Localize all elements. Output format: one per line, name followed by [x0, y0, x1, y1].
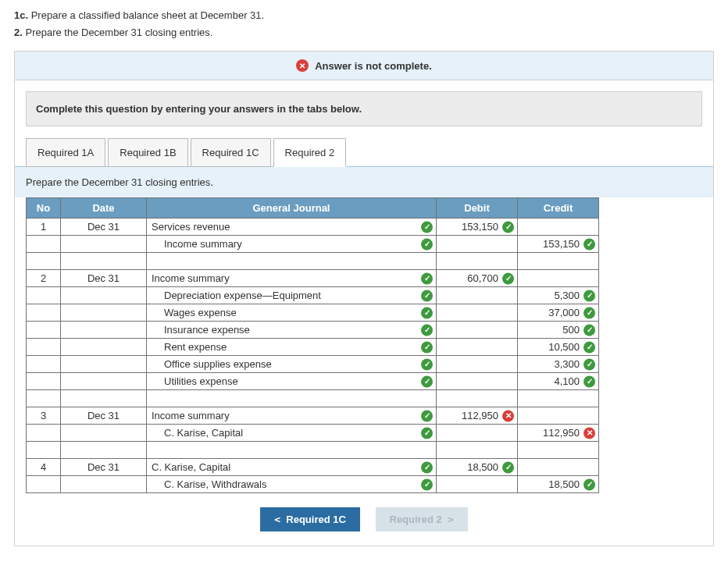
cell-no[interactable] [27, 356, 61, 373]
cell-date[interactable] [61, 442, 147, 459]
cell-debit[interactable]: 18,500✓ [437, 459, 518, 476]
cell-date[interactable] [61, 373, 147, 390]
cell-no[interactable]: 1 [27, 219, 61, 236]
check-icon: ✓ [502, 272, 514, 284]
cell-credit[interactable]: 10,500✓ [518, 339, 599, 356]
cell-no[interactable] [27, 322, 61, 339]
cell-no[interactable] [27, 373, 61, 390]
table-row: Office supplies expense✓3,300✓ [27, 356, 599, 373]
tab-instruction: Prepare the December 31 closing entries. [15, 167, 713, 197]
tab-required-1c[interactable]: Required 1C [191, 138, 271, 167]
tab-required-1b[interactable]: Required 1B [108, 138, 187, 167]
cell-date[interactable] [61, 356, 147, 373]
cell-general-journal[interactable] [147, 253, 437, 270]
prev-button[interactable]: < Required 1C [260, 507, 360, 531]
cell-credit[interactable]: 37,000✓ [518, 304, 599, 322]
cell-debit[interactable] [437, 356, 518, 373]
cell-no[interactable] [27, 442, 61, 459]
cell-debit[interactable] [437, 373, 518, 390]
check-icon: ✓ [421, 461, 433, 473]
cell-no[interactable]: 4 [27, 459, 61, 476]
cell-debit[interactable] [437, 287, 518, 304]
cell-debit[interactable] [437, 236, 518, 253]
cell-credit[interactable]: 18,500✓ [518, 476, 599, 493]
cell-debit[interactable] [437, 476, 518, 493]
cell-date[interactable] [61, 390, 147, 407]
cell-no[interactable] [27, 339, 61, 356]
cell-credit[interactable] [518, 459, 599, 476]
tab-required-1a[interactable]: Required 1A [26, 138, 105, 167]
cell-date[interactable] [61, 287, 147, 304]
cell-debit[interactable] [437, 304, 518, 322]
table-row: 2Dec 31Income summary✓60,700✓ [27, 270, 599, 287]
table-row: 4Dec 31C. Karise, Capital✓18,500✓ [27, 459, 599, 476]
cell-general-journal[interactable]: Office supplies expense✓ [147, 356, 437, 373]
cell-date[interactable] [61, 476, 147, 493]
cell-general-journal[interactable]: Insurance expense✓ [147, 322, 437, 339]
cell-debit[interactable] [437, 390, 518, 407]
cell-date[interactable] [61, 236, 147, 253]
cell-credit[interactable]: 5,300✓ [518, 287, 599, 304]
error-icon: ✕ [296, 59, 309, 72]
cell-no[interactable]: 3 [27, 407, 61, 425]
cell-credit[interactable] [518, 270, 599, 287]
cell-credit[interactable] [518, 442, 599, 459]
cell-credit[interactable]: 153,150✓ [518, 236, 599, 253]
cell-debit[interactable]: 60,700✓ [437, 270, 518, 287]
cell-general-journal[interactable]: Rent expense✓ [147, 339, 437, 356]
cell-debit[interactable] [437, 322, 518, 339]
check-icon: ✓ [421, 238, 433, 250]
cell-general-journal[interactable]: Income summary✓ [147, 270, 437, 287]
cell-debit[interactable] [437, 253, 518, 270]
cell-date[interactable] [61, 425, 147, 442]
cell-date[interactable]: Dec 31 [61, 407, 147, 425]
cell-date[interactable] [61, 322, 147, 339]
cell-date[interactable] [61, 304, 147, 322]
cell-credit[interactable]: 112,950✕ [518, 425, 599, 442]
cell-debit[interactable]: 153,150✓ [437, 219, 518, 236]
cell-date[interactable] [61, 339, 147, 356]
check-icon: ✓ [583, 341, 595, 353]
cell-no[interactable] [27, 390, 61, 407]
cell-credit[interactable] [518, 407, 599, 425]
cell-no[interactable] [27, 476, 61, 493]
cell-no[interactable] [27, 236, 61, 253]
cell-debit[interactable]: 112,950✕ [437, 407, 518, 425]
cell-general-journal[interactable]: C. Karise, Capital✓ [147, 459, 437, 476]
cell-debit[interactable] [437, 339, 518, 356]
table-row: 3Dec 31Income summary✓112,950✕ [27, 407, 599, 425]
cell-general-journal[interactable]: Services revenue✓ [147, 219, 437, 236]
cell-date[interactable] [61, 253, 147, 270]
tab-required-2[interactable]: Required 2 [273, 138, 347, 167]
cell-general-journal[interactable]: Income summary✓ [147, 407, 437, 425]
cell-credit[interactable]: 4,100✓ [518, 373, 599, 390]
cell-credit[interactable] [518, 219, 599, 236]
cell-credit[interactable]: 500✓ [518, 322, 599, 339]
cell-general-journal[interactable]: Depreciation expense—Equipment✓ [147, 287, 437, 304]
check-icon: ✓ [421, 358, 433, 370]
cell-date[interactable]: Dec 31 [61, 219, 147, 236]
cell-credit[interactable]: 3,300✓ [518, 356, 599, 373]
cell-credit[interactable] [518, 253, 599, 270]
cell-no[interactable] [27, 253, 61, 270]
cell-general-journal[interactable]: Wages expense✓ [147, 304, 437, 322]
cell-no[interactable] [27, 425, 61, 442]
cell-no[interactable] [27, 304, 61, 322]
table-row: Wages expense✓37,000✓ [27, 304, 599, 322]
cell-general-journal[interactable] [147, 442, 437, 459]
cell-no[interactable]: 2 [27, 270, 61, 287]
status-text: Answer is not complete. [315, 60, 432, 72]
cell-credit[interactable] [518, 390, 599, 407]
cell-debit[interactable] [437, 425, 518, 442]
check-icon: ✓ [583, 375, 595, 387]
cell-general-journal[interactable]: Income summary✓ [147, 236, 437, 253]
cell-general-journal[interactable]: C. Karise, Withdrawals✓ [147, 476, 437, 493]
cell-debit[interactable] [437, 442, 518, 459]
cell-date[interactable]: Dec 31 [61, 270, 147, 287]
cell-no[interactable] [27, 287, 61, 304]
cell-general-journal[interactable]: Utilities expense✓ [147, 373, 437, 390]
next-button[interactable]: Required 2 > [376, 507, 468, 531]
cell-general-journal[interactable]: C. Karise, Capital✓ [147, 425, 437, 442]
cell-general-journal[interactable] [147, 390, 437, 407]
cell-date[interactable]: Dec 31 [61, 459, 147, 476]
